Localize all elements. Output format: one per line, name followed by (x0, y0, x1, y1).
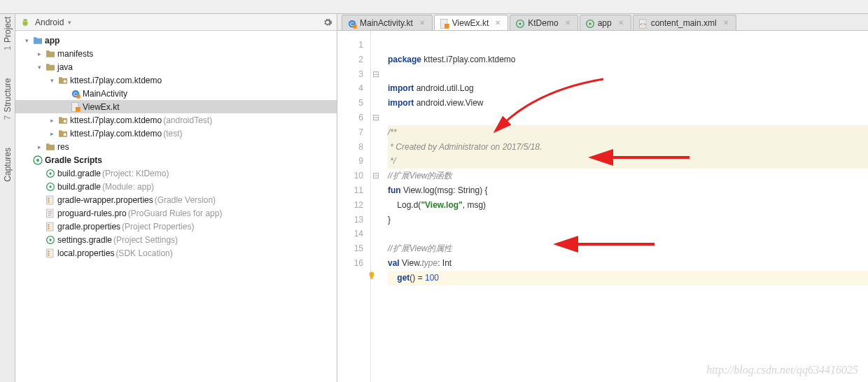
tree-item[interactable]: ▾java (15, 60, 337, 73)
dropdown-icon[interactable]: ▾ (68, 19, 71, 26)
tree-item[interactable]: gradle-wrapper.properties (Gradle Versio… (15, 193, 337, 206)
tree-item[interactable]: ViewEx.kt (15, 100, 337, 113)
folder-app-icon (32, 35, 43, 46)
tree-label: build.gradle (57, 182, 101, 192)
project-tree[interactable]: ▾app▸manifests▾java▾kttest.i7play.com.kt… (15, 31, 337, 382)
svg-rect-34 (353, 24, 356, 28)
tree-label: kttest.i7play.com.ktdemo (70, 129, 162, 139)
line-gutter: 12345678910111213141516 (337, 31, 371, 382)
svg-rect-24 (48, 226, 50, 227)
tree-item[interactable]: build.gradle (Project: KtDemo) (15, 167, 337, 180)
props-icon (45, 221, 56, 232)
gradle-icon (32, 155, 43, 166)
close-icon[interactable]: ✕ (565, 19, 570, 27)
tree-item[interactable]: CMainActivity (15, 87, 337, 100)
tree-twistie-icon (35, 209, 43, 218)
tree-label: kttest.i7play.com.ktdemo (70, 115, 162, 125)
svg-point-11 (49, 172, 51, 174)
tree-label: MainActivity (83, 89, 127, 99)
svg-rect-30 (48, 253, 50, 253)
fold-column[interactable]: ⊟⊟⊟ (371, 31, 381, 382)
folder-icon (45, 48, 56, 59)
tree-item[interactable]: ▸res (15, 140, 337, 153)
close-icon[interactable]: ✕ (723, 19, 729, 27)
tree-item[interactable]: local.properties (SDK Location) (15, 246, 337, 260)
tree-suffix: (androidTest) (163, 115, 212, 125)
editor-tab[interactable]: app✕ (580, 15, 631, 30)
tree-item[interactable]: ▸manifests (15, 47, 337, 60)
tree-item[interactable]: ▾kttest.i7play.com.ktdemo (15, 73, 337, 87)
tree-twistie-icon[interactable]: ▾ (35, 63, 43, 71)
txt-icon (45, 208, 56, 219)
tree-item[interactable]: proguard-rules.pro (ProGuard Rules for a… (15, 206, 337, 220)
tree-label: local.properties (57, 248, 114, 258)
tree-label: gradle-wrapper.properties (57, 195, 153, 205)
close-icon[interactable]: ✕ (618, 19, 624, 27)
svg-rect-5 (76, 107, 80, 112)
tree-twistie-icon (22, 156, 31, 164)
editor-tab[interactable]: ViewEx.kt✕ (434, 15, 508, 30)
tree-twistie-icon (35, 183, 43, 191)
tree-twistie-icon[interactable]: ▸ (35, 50, 43, 58)
close-icon[interactable]: ✕ (495, 19, 500, 27)
tool-project[interactable]: 1Project (3, 17, 13, 50)
svg-rect-15 (48, 197, 50, 198)
tool-captures[interactable]: Captures (3, 148, 13, 182)
xml-icon: <> (638, 18, 648, 28)
tree-item[interactable]: Gradle Scripts (15, 153, 337, 167)
tree-label: Gradle Scripts (45, 155, 102, 165)
editor-area: CMainActivity.kt✕ViewEx.kt✕KtDemo✕app✕<>… (337, 14, 868, 382)
file-kt-icon (439, 18, 449, 28)
tree-label: build.gradle (57, 169, 101, 178)
tab-label: KtDemo (528, 18, 558, 28)
tab-label: ViewEx.kt (452, 18, 489, 28)
tree-item[interactable]: ▸kttest.i7play.com.ktdemo (androidTest) (15, 113, 337, 127)
intention-bulb-icon[interactable] (367, 271, 377, 281)
tree-label: java (57, 62, 73, 72)
svg-point-6 (64, 120, 66, 122)
tree-suffix: (SDK Location) (115, 248, 172, 258)
editor-tab[interactable]: <>content_main.xml✕ (633, 15, 736, 30)
tool-window-bar: 1Project 7Structure Captures (0, 14, 15, 382)
tree-item[interactable]: settings.gradle (Project Settings) (15, 233, 337, 246)
tree-suffix: (Project: KtDemo) (102, 169, 169, 178)
tree-suffix: (ProGuard Rules for app) (128, 208, 223, 218)
editor-tabs: CMainActivity.kt✕ViewEx.kt✕KtDemo✕app✕<>… (337, 14, 868, 31)
tree-twistie-icon[interactable]: ▾ (48, 76, 56, 85)
tree-label: proguard-rules.pro (57, 208, 127, 218)
svg-rect-17 (48, 201, 50, 202)
tool-structure[interactable]: 7Structure (3, 78, 13, 120)
editor-tab[interactable]: KtDemo✕ (510, 15, 578, 30)
tree-item[interactable]: build.gradle (Module: app) (15, 180, 337, 193)
gradle-f-icon (514, 18, 524, 28)
props-icon (45, 194, 56, 206)
view-mode-label[interactable]: Android (35, 17, 64, 27)
tree-label: res (57, 142, 69, 152)
tree-label: app (45, 36, 59, 45)
tree-twistie-icon (60, 103, 69, 111)
editor-tab[interactable]: CMainActivity.kt✕ (342, 15, 433, 30)
tree-twistie-icon[interactable]: ▸ (48, 129, 56, 138)
tree-item[interactable]: gradle.properties (Project Properties) (15, 220, 337, 233)
tree-twistie-icon[interactable]: ▸ (48, 116, 56, 125)
close-icon[interactable]: ✕ (419, 19, 425, 27)
tree-twistie-icon (60, 90, 69, 98)
tree-item[interactable]: ▸kttest.i7play.com.ktdemo (test) (15, 127, 337, 140)
gradle-f-icon (584, 18, 594, 28)
tree-suffix: (Project Settings) (113, 235, 178, 245)
code-area[interactable]: package kttest.i7play.com.ktdemo import … (381, 31, 868, 382)
tree-suffix: (Gradle Version) (155, 195, 216, 205)
tree-item[interactable]: ▾app (15, 34, 337, 47)
gear-icon[interactable] (323, 17, 332, 27)
tree-twistie-icon[interactable]: ▸ (35, 143, 43, 151)
svg-rect-36 (444, 24, 449, 29)
gradle-f-icon (45, 168, 56, 179)
android-icon (20, 17, 31, 28)
tree-twistie-icon (35, 169, 43, 178)
tree-twistie-icon (35, 249, 43, 257)
package-icon (57, 75, 69, 86)
svg-point-13 (49, 185, 51, 188)
tree-twistie-icon[interactable]: ▾ (22, 36, 31, 45)
tree-label: kttest.i7play.com.ktdemo (70, 76, 162, 85)
svg-point-9 (36, 159, 39, 162)
